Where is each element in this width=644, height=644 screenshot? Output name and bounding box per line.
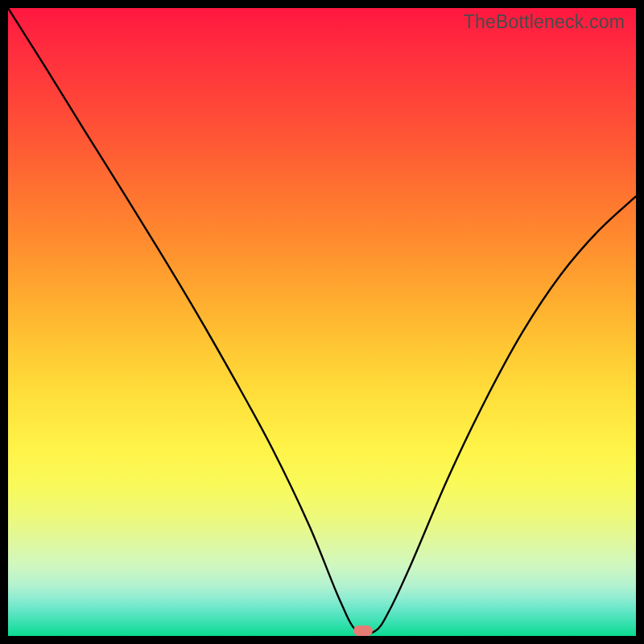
plot-area: TheBottleneck.com (8, 8, 636, 636)
bottleneck-curve (8, 8, 636, 636)
chart-frame: TheBottleneck.com (0, 0, 644, 644)
optimum-marker (353, 625, 373, 636)
